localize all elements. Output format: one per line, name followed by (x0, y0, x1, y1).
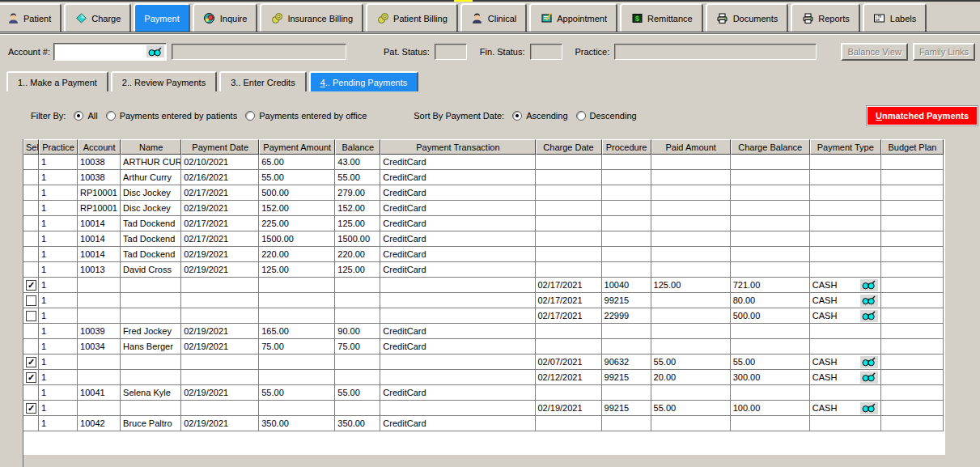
budget-plan-cell (881, 170, 944, 185)
tab-patient-billing[interactable]: Patient Billing (366, 3, 458, 32)
table-row[interactable]: 110014Tad Dockend02/19/2021220.00220.00C… (23, 247, 944, 262)
table-row[interactable]: 1RP10001Disc Jockey02/17/2021500.00279.0… (23, 185, 944, 201)
column-header-charge-date[interactable]: Charge Date (536, 139, 602, 155)
table-row[interactable]: 102/17/202110040125.00721.00CASH (23, 278, 944, 293)
practice-cell: 1 (39, 401, 78, 416)
table-row[interactable]: 110014Tad Dockend02/17/20211500.001500.0… (23, 231, 944, 247)
charge-date-cell (536, 155, 602, 170)
sub-tab-1-make-a-payment[interactable]: 1.. Make a Payment (6, 71, 108, 91)
column-header-payment-type[interactable]: Payment Type (810, 139, 881, 155)
table-row[interactable]: 110013David Cross02/19/2021125.00125.00C… (23, 262, 944, 278)
payment-amount-cell: 350.00 (259, 416, 335, 431)
account-cell: RP10001 (78, 185, 121, 201)
charge-date-cell (536, 170, 602, 185)
tab-inquire[interactable]: Inquire (193, 3, 258, 32)
tab-label: Appointment (557, 14, 607, 23)
tab-payment[interactable]: Payment (134, 3, 189, 32)
table-row[interactable]: 102/17/20219921580.00CASH (23, 293, 944, 308)
column-header-payment-date[interactable]: Payment Date (181, 139, 259, 155)
charge-lookup-binoculars-icon[interactable] (860, 402, 878, 414)
tab-clinical[interactable]: Clinical (460, 3, 527, 32)
row-select-checkbox[interactable] (26, 403, 36, 414)
row-select-checkbox[interactable] (26, 372, 36, 383)
charge-lookup-binoculars-icon[interactable] (860, 356, 878, 368)
radio-button-icon[interactable] (576, 111, 586, 121)
balance-cell: 55.00 (335, 170, 380, 185)
tab-charge[interactable]: Charge (64, 3, 131, 32)
sub-tab-label: 1.. Make a Payment (18, 78, 97, 87)
row-select-checkbox[interactable] (26, 311, 36, 321)
name-cell: David Cross (121, 262, 181, 278)
tab-label: Charge (91, 14, 121, 23)
table-row[interactable]: 102/07/20219063255.0055.00CASH (23, 354, 944, 370)
charge-lookup-binoculars-icon[interactable] (860, 371, 878, 384)
radio-button-icon[interactable] (512, 111, 522, 121)
tab-labels[interactable]: LTRDRLabels (863, 3, 927, 32)
filter-option-all[interactable]: All (74, 111, 97, 121)
column-header-charge-balance[interactable]: Charge Balance (731, 139, 810, 155)
row-select-checkbox[interactable] (26, 280, 36, 291)
tab-appointment[interactable]: Appointment (529, 3, 617, 32)
balance-view-button[interactable]: Balance View (841, 43, 907, 61)
family-links-button[interactable]: Family Links (913, 43, 975, 61)
unmatched-payments-button[interactable]: Unmatched Payments (867, 106, 978, 125)
paid-amount-cell (651, 170, 731, 185)
column-header-paid-amount[interactable]: Paid Amount (651, 139, 731, 155)
column-header-budget-plan[interactable]: Budget Plan (881, 139, 944, 155)
column-header-account[interactable]: Account (78, 139, 121, 155)
account-cell (78, 401, 121, 416)
column-header-name[interactable]: Name (121, 139, 181, 155)
table-row[interactable]: 110014Tad Dockend02/17/2021225.00125.00C… (23, 216, 944, 231)
radio-button-icon[interactable] (74, 111, 83, 121)
tab-patient[interactable]: Patient (0, 3, 62, 32)
column-header-balance[interactable]: Balance (335, 139, 380, 155)
column-header-practice[interactable]: Practice (39, 139, 78, 155)
row-select-checkbox[interactable] (26, 357, 36, 367)
name-cell: Bruce Paltro (121, 416, 181, 431)
charge-lookup-binoculars-icon[interactable] (860, 310, 878, 322)
payment-type-cell (810, 170, 881, 185)
charge-lookup-binoculars-icon[interactable] (860, 295, 878, 307)
column-header-sel[interactable]: Sel (23, 139, 39, 155)
charge-balance-cell (731, 385, 810, 401)
radio-button-icon[interactable] (106, 111, 116, 121)
tab-label: Labels (890, 14, 916, 23)
paid-amount-cell (651, 201, 731, 216)
sort-option-descending[interactable]: Descending (576, 111, 637, 121)
sub-tab-2-review-payments[interactable]: 2.. Review Payments (111, 71, 217, 91)
table-row[interactable]: 1RP10001Disc Jockey02/19/2021152.00152.0… (23, 201, 944, 216)
tab-documents[interactable]: Documents (706, 3, 789, 32)
charge-lookup-binoculars-icon[interactable] (860, 279, 878, 291)
procedure-cell: 99215 (602, 370, 651, 385)
column-header-payment-transaction[interactable]: Payment Transaction (380, 139, 535, 155)
account-number-input[interactable] (53, 43, 167, 61)
table-row[interactable]: 102/17/202122999500.00CASH (23, 308, 944, 324)
table-row[interactable]: 102/12/20219921520.00300.00CASH (23, 370, 944, 385)
table-row[interactable]: 110041Selena Kyle02/19/202155.0055.00Cre… (23, 385, 944, 401)
tab-reports[interactable]: Reports (791, 3, 860, 32)
filter-option-payments-entered-by-office[interactable]: Payments entered by office (245, 111, 367, 121)
tab-remittance[interactable]: $Remittance (620, 3, 703, 32)
charge-balance-cell (731, 155, 810, 170)
billing-gear-icon (270, 12, 283, 25)
filter-option-payments-entered-by-patients[interactable]: Payments entered by patients (106, 111, 238, 121)
column-header-payment-amount[interactable]: Payment Amount (259, 139, 335, 155)
sub-tab-3-enter-credits[interactable]: 3.. Enter Credits (219, 71, 306, 91)
sort-option-ascending[interactable]: Ascending (512, 111, 567, 121)
tab-label: Inquire (220, 14, 248, 23)
account-lookup-binoculars-icon[interactable] (146, 45, 164, 57)
table-row[interactable]: 110038ARTHUR CUR02/10/202165.0043.00Cred… (23, 155, 944, 170)
sub-tab-4-pending-payments[interactable]: 4.. Pending Payments (309, 71, 419, 91)
tab-insurance-billing[interactable]: Insurance Billing (260, 3, 363, 32)
column-header-procedure[interactable]: Procedure (602, 139, 651, 155)
table-row[interactable]: 110034Hans Berger02/19/202175.0075.00Cre… (23, 339, 944, 354)
radio-button-icon[interactable] (245, 111, 255, 121)
procedure-cell: 99215 (602, 401, 651, 416)
printer-icon (801, 12, 814, 25)
filter-by-label: Filter By: (31, 111, 66, 121)
row-select-checkbox[interactable] (26, 295, 36, 306)
table-row[interactable]: 110042Bruce Paltro02/19/2021350.00350.00… (23, 416, 944, 431)
table-row[interactable]: 110038Arthur Curry02/16/202155.0055.00Cr… (23, 170, 944, 185)
table-row[interactable]: 110039Fred Jockey02/19/2021165.0090.00Cr… (23, 324, 944, 339)
table-row[interactable]: 102/19/20219921555.00100.00CASH (23, 401, 944, 416)
